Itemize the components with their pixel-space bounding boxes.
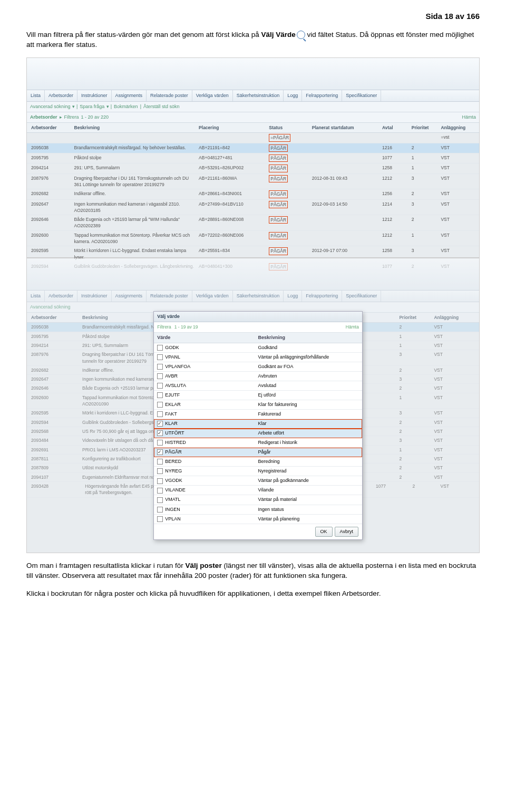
value-row[interactable]: VMATLVäntar på material [154,495,362,505]
table-row[interactable]: 2087976Dragning fiberpatchar i DU 161 Tö… [27,174,479,190]
checkbox[interactable] [157,497,163,503]
status-filter-input[interactable]: =PÅGÅR [269,134,290,141]
tab[interactable]: Lista [27,90,45,101]
anl-filter[interactable]: =vst [440,134,476,141]
col-varde[interactable]: Värde [157,334,258,341]
checkbox[interactable] [157,421,163,427]
checkbox[interactable] [157,459,163,465]
table-row[interactable]: 2095038Brandlarmcentralskylt missfärgad.… [27,143,479,153]
checkbox[interactable] [157,364,163,370]
value-row[interactable]: VPLANFOAGodkänt av FOA [154,362,362,372]
cancel-button[interactable]: Avbryt [335,527,358,537]
tab[interactable]: Logg [284,291,302,302]
value-row[interactable]: UTFÖRTArbete utfört [154,429,362,438]
checkbox[interactable] [157,402,163,408]
col-arbetsorder[interactable]: Arbetsorder [30,124,73,131]
col-status[interactable]: Status [268,124,311,131]
value-row[interactable]: AVBRAvbruten [154,372,362,381]
tab[interactable]: Säkerhetsinstruktion [233,291,284,302]
value-row[interactable]: EKLARKlar för fakturering [154,400,362,410]
cell-beskrivning: Avslutad [258,382,359,389]
filter-link[interactable]: Filtrera [157,324,171,330]
tab[interactable]: Felrapportering [302,291,342,302]
checkbox[interactable] [157,392,163,398]
tab[interactable]: Assignments [112,291,147,302]
checkbox[interactable] [157,488,163,494]
value-row[interactable]: BEREDBeredning [154,457,362,467]
value-row[interactable]: AVSLUTAAvslutad [154,381,362,391]
tab[interactable]: Säkerhetsinstruktion [233,90,284,101]
checkbox[interactable] [157,345,163,351]
checkbox[interactable] [157,354,163,360]
col-planerat[interactable]: Planerat startdatum [311,124,381,131]
checkbox[interactable] [157,507,163,513]
value-row[interactable]: VPLANVäntar på planering [154,515,362,524]
hamta-link[interactable]: Hämta [346,324,359,330]
table-row[interactable]: 2092600Tappad kommunikation mot Sörentor… [27,231,479,247]
value-row[interactable]: VILANDEVilande [154,486,362,495]
hamta-link[interactable]: Hämta [462,114,476,121]
tab[interactable]: Logg [284,90,302,101]
checkbox[interactable] [157,468,163,474]
col-anl[interactable]: Anläggning [440,124,476,131]
tab[interactable]: Relaterade poster [147,291,192,302]
col-placering[interactable]: Placering [198,124,268,131]
tab[interactable]: Instruktioner [77,291,112,302]
cell-varde: BERED [157,458,258,465]
cell-id: 2095038 [30,144,73,152]
save-query-link[interactable]: Spara fråga [80,103,104,110]
value-row[interactable]: INGENIngen status [154,505,362,515]
col-beskrivning[interactable]: Beskrivning [73,124,198,131]
cell-prio: 2 [411,190,440,198]
checkbox[interactable] [157,449,163,455]
table-row[interactable]: 2094214291: UPS, SummalarmAB+53291=826UP… [27,163,479,173]
cell-desc: 291: UPS, Summalarm [73,165,198,172]
value-row[interactable]: KLARKlar [154,419,362,429]
tab[interactable]: Arbetsorder [45,90,77,101]
ok-button[interactable]: OK [315,527,333,537]
value-row[interactable]: VPANLVäntar på anläggningsförhållande [154,353,362,362]
checkbox[interactable] [157,516,163,522]
tab[interactable]: Arbetsorder [45,291,77,302]
tab[interactable]: Verkliga värden [192,90,233,101]
table-row[interactable]: 2092647Ingen kommunikation med kameran i… [27,200,479,216]
checkbox[interactable] [157,430,163,436]
advanced-search-link[interactable]: Avancerad sökning [30,304,70,311]
value-row[interactable]: VGODKVäntar på godkännande [154,476,362,486]
table-row[interactable]: 2092682Indikerar offline.AB+28661=843NI0… [27,189,479,199]
checkbox[interactable] [157,478,163,484]
filter-row: =PÅGÅR =vst [27,133,479,143]
cell-avtal: 1212 [381,175,411,188]
checkbox[interactable] [157,383,163,389]
cell-id: 2093428 [30,483,84,496]
value-row[interactable]: FAKTFakturerad [154,410,362,419]
paragraph-1: Vill man filtrera på fler status-värden … [26,30,480,50]
table-row[interactable]: 2095795Påkörd stolpeAB+048127+481PÅGÅR10… [27,153,479,163]
advanced-search-link[interactable]: Avancerad sökning [30,103,70,110]
cell-id: 2092646 [30,216,73,229]
tab[interactable]: Specifikationer [342,291,381,302]
col-avtal[interactable]: Avtal [381,124,411,131]
tab[interactable]: Specifikationer [342,90,381,101]
tab[interactable]: Verkliga värden [192,291,233,302]
tab[interactable]: Instruktioner [77,90,112,101]
col-prio[interactable]: Prioritet [411,124,440,131]
reset-link[interactable]: Återställ std sökn [143,103,180,110]
tab[interactable]: Assignments [112,90,147,101]
tab[interactable]: Lista [27,291,45,302]
dialog-title: Välj värde [154,312,362,322]
value-row[interactable]: HISTREDRedigerat i historik [154,438,362,448]
col-beskrivning[interactable]: Beskrivning [258,334,359,341]
table-row[interactable]: 2092646Både Eugenia och +25193 larmar på… [27,215,479,231]
value-row[interactable]: PÅGÅRPågår [154,448,362,457]
value-row[interactable]: NYREGNyregistrerad [154,467,362,476]
checkbox[interactable] [157,411,163,417]
value-row[interactable]: EJUTFEj utförd [154,391,362,400]
bookmarks-link[interactable]: Bokmärken [114,103,138,110]
tab[interactable]: Felrapportering [302,90,342,101]
tab[interactable]: Relaterade poster [147,90,192,101]
checkbox[interactable] [157,373,163,379]
value-row[interactable]: GODKGodkänd [154,343,362,353]
filter-link[interactable]: Filtrera [64,114,79,121]
checkbox[interactable] [157,440,163,446]
